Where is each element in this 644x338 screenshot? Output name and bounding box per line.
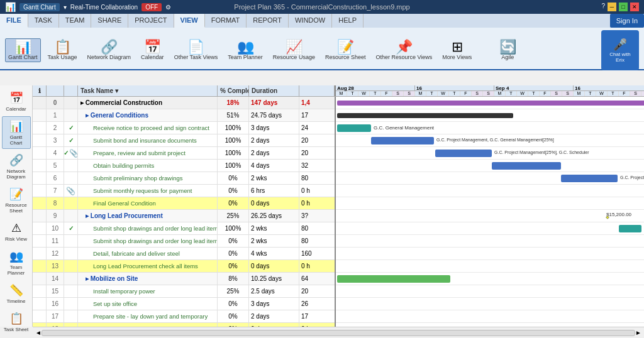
th-pct[interactable]: % Complete bbox=[218, 85, 249, 96]
tab-share[interactable]: SHARE bbox=[91, 14, 128, 28]
cell-taskname-5[interactable]: Obtain building permits bbox=[78, 160, 218, 172]
ribbon-btn-gantt-chart[interactable]: 📊 Gantt Chart bbox=[5, 38, 41, 62]
cell-taskname-16[interactable]: Set up site office bbox=[78, 298, 218, 310]
cell-taskname-9[interactable]: ▸ Long Lead Procurement bbox=[78, 210, 218, 222]
table-header: ℹ Task Name ▾ % Complete Duration Aug 28… bbox=[33, 85, 644, 97]
cell-extra-6: 80 bbox=[299, 172, 336, 184]
table-row[interactable]: 8 Final General Condition 0% 0 days 0 h bbox=[33, 197, 335, 210]
minimize-button[interactable]: ─ bbox=[608, 3, 616, 11]
table-row[interactable]: 14 ▸ Mobilize on Site 8% 10.25 days 64 bbox=[33, 273, 335, 285]
table-row[interactable]: 16 Set up site office 0% 3 days 26 bbox=[33, 298, 335, 310]
cell-pct-9: 25% bbox=[218, 210, 249, 222]
ribbon-btn-other-resource[interactable]: 📌 Other Resource Views bbox=[372, 38, 435, 62]
tab-help[interactable]: HELP bbox=[332, 14, 364, 28]
resource-sheet-sidebar-icon: 📝 bbox=[9, 187, 23, 201]
table-row[interactable]: 11 Submit shop drawings and order long l… bbox=[33, 235, 335, 248]
cell-taskname-12[interactable]: Detail, fabricate and deliver steel bbox=[78, 248, 218, 259]
cell-dur-3: 2 days bbox=[249, 134, 299, 146]
cell-taskname-14[interactable]: ▸ Mobilize on Site bbox=[78, 273, 218, 285]
cell-taskname-3[interactable]: Submit bond and insurance documents bbox=[78, 134, 218, 146]
table-row[interactable]: 9 ▸ Long Lead Procurement 25% 26.25 days… bbox=[33, 210, 335, 222]
ribbon-btn-resource-usage[interactable]: 📈 Resource Usage bbox=[270, 38, 318, 62]
sidebar-item-gantt[interactable]: 📊 Gantt Chart bbox=[2, 116, 31, 149]
horizontal-scrollbar[interactable] bbox=[42, 330, 635, 336]
view-selector[interactable]: Gantt Chart bbox=[19, 3, 60, 11]
cell-taskname-4[interactable]: Prepare, review and submit project bbox=[78, 147, 218, 159]
cell-info-10 bbox=[33, 222, 47, 234]
table-row[interactable]: 17 Prepare site - lay down yard and temp… bbox=[33, 310, 335, 323]
signin-button[interactable]: Sign In bbox=[610, 14, 644, 28]
resource-usage-icon: 📈 bbox=[286, 40, 303, 54]
cell-taskname-0[interactable]: ▸ Commercial Construction bbox=[78, 97, 218, 109]
ribbon-btn-resource-sheet[interactable]: 📝 Resource Sheet bbox=[322, 38, 369, 62]
tab-report[interactable]: REPORT bbox=[247, 14, 289, 28]
table-row[interactable]: 12 Detail, fabricate and deliver steel 0… bbox=[33, 248, 335, 260]
ribbon-btn-agile[interactable]: 🔄 Agile bbox=[495, 38, 520, 62]
day-M3: M bbox=[494, 91, 506, 96]
sidebar-item-timeline[interactable]: 📏 Timeline bbox=[2, 280, 31, 307]
table-row[interactable]: 13 Long Lead Procurement check all items… bbox=[33, 260, 335, 273]
cell-extra-9: 3? bbox=[299, 210, 336, 222]
cell-taskname-8[interactable]: Final General Condition bbox=[78, 197, 218, 209]
cell-info-0 bbox=[33, 97, 47, 109]
view-dropdown-icon[interactable]: ▾ bbox=[64, 4, 67, 11]
cell-taskname-2[interactable]: Receive notice to proceed and sign contr… bbox=[78, 122, 218, 134]
cell-taskname-11[interactable]: Submit shop drawings and order long lead… bbox=[78, 235, 218, 247]
sidebar-item-team[interactable]: 👥 Team Planner bbox=[2, 246, 31, 279]
cell-dur-6: 2 wks bbox=[249, 172, 299, 184]
table-row[interactable]: 15 Install temporary power 25% 2.5 days … bbox=[33, 285, 335, 298]
tab-task[interactable]: TASK bbox=[28, 14, 59, 28]
cell-dur-15: 2.5 days bbox=[249, 285, 299, 297]
table-row[interactable]: 5 Obtain building permits 100% 4 days 32 bbox=[33, 160, 335, 172]
gantt-row-1 bbox=[336, 109, 644, 122]
cell-taskname-13[interactable]: Long Lead Procurement check all items bbox=[78, 260, 218, 272]
ribbon-btn-network[interactable]: 🔗 Network Diagram bbox=[84, 38, 135, 62]
tab-project[interactable]: PROJECT bbox=[128, 14, 174, 28]
tab-view[interactable]: VIEW bbox=[174, 14, 205, 28]
table-row[interactable]: 3 ✓ Submit bond and insurance documents … bbox=[33, 134, 335, 147]
table-row[interactable]: 10 ✓ Submit shop drawings and order long… bbox=[33, 222, 335, 235]
sidebar-item-network[interactable]: 🔗 Network Diagram bbox=[2, 150, 31, 183]
cell-taskname-1[interactable]: ▸ General Conditions bbox=[78, 109, 218, 121]
sidebar-item-task-sheet[interactable]: 📋 Task Sheet bbox=[2, 308, 31, 335]
gantt-row-15 bbox=[336, 285, 644, 298]
ribbon-btn-other-task[interactable]: 📄 Other Task Views bbox=[171, 38, 221, 62]
cell-extra-11: 80 bbox=[299, 235, 336, 247]
ribbon-btn-more-views[interactable]: ⊞ More Views bbox=[439, 38, 475, 62]
ribbon-btn-task-usage[interactable]: 📋 Task Usage bbox=[45, 38, 80, 62]
tab-format[interactable]: FORMAT bbox=[205, 14, 247, 28]
table-row[interactable]: 7 📎 Submit monthly requests for payment … bbox=[33, 185, 335, 197]
tab-window[interactable]: WINDOW bbox=[289, 14, 332, 28]
table-row[interactable]: 2 ✓ Receive notice to proceed and sign c… bbox=[33, 122, 335, 134]
cell-taskname-7[interactable]: Submit monthly requests for payment bbox=[78, 185, 218, 197]
cell-taskname-6[interactable]: Submit preliminary shop drawings bbox=[78, 172, 218, 184]
sidebar-item-risk[interactable]: ⚠ Risk View bbox=[2, 218, 31, 245]
ribbon-btn-calendar[interactable]: 📅 Calendar bbox=[138, 38, 167, 62]
table-row[interactable]: 0 ▸ Commercial Construction 18% 147 days… bbox=[33, 97, 335, 109]
gantt-chart-area[interactable]: G.C. General Management G.C. Project Man… bbox=[336, 97, 644, 327]
cell-taskname-17[interactable]: Prepare site - lay down yard and tempora… bbox=[78, 310, 218, 322]
collab-settings-icon[interactable]: ⚙ bbox=[165, 4, 171, 11]
close-button[interactable]: ✕ bbox=[630, 3, 639, 11]
sidebar-item-resource-sheet[interactable]: 📝 Resource Sheet bbox=[2, 184, 31, 217]
ribbon-btn-team-planner[interactable]: 👥 Team Planner bbox=[225, 38, 266, 62]
help-icon[interactable]: ? bbox=[601, 3, 605, 11]
scroll-left-btn[interactable]: ◄ bbox=[35, 329, 42, 336]
cell-rownum-6: 6 bbox=[47, 172, 64, 184]
table-row[interactable]: 6 Submit preliminary shop drawings 0% 2 … bbox=[33, 172, 335, 185]
th-taskname[interactable]: Task Name ▾ bbox=[78, 85, 218, 96]
task-table-header: ℹ Task Name ▾ % Complete Duration bbox=[33, 85, 336, 96]
sidebar-item-calendar[interactable]: 📅 Calendar bbox=[2, 88, 31, 115]
th-duration[interactable]: Duration bbox=[249, 85, 299, 96]
cell-taskname-10[interactable]: Submit shop drawings and order long lead… bbox=[78, 222, 218, 234]
ribbon-btn-other-resource-label: Other Resource Views bbox=[375, 54, 432, 60]
scroll-right-btn[interactable]: ► bbox=[635, 329, 641, 336]
tab-team[interactable]: TEAM bbox=[59, 14, 92, 28]
cell-taskname-15[interactable]: Install temporary power bbox=[78, 285, 218, 297]
maximize-button[interactable]: □ bbox=[619, 3, 628, 11]
tab-file[interactable]: FILE bbox=[0, 14, 28, 28]
erix-button[interactable]: 🎤 Chat with Erix bbox=[601, 30, 639, 70]
collab-toggle[interactable]: OFF bbox=[142, 3, 162, 11]
table-row[interactable]: 1 ▸ General Conditions 51% 24.75 days 17 bbox=[33, 109, 335, 122]
table-row[interactable]: 4 ✓📎 Prepare, review and submit project … bbox=[33, 147, 335, 160]
